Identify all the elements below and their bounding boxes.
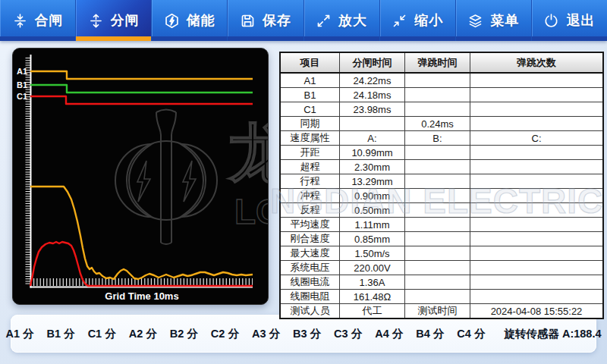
- table-cell: A1: [280, 73, 340, 88]
- phase-open-indicator: B1 分: [47, 327, 75, 341]
- table-row: 超程2.30mm: [280, 160, 603, 174]
- table-row: B124.18ms: [280, 88, 603, 102]
- tab-label: 保存: [263, 11, 291, 30]
- phase-open-indicator: B3 分: [293, 327, 321, 341]
- zoom-in-icon: [316, 13, 332, 29]
- table-cell: 161.48Ω: [340, 290, 405, 304]
- table-cell: [470, 102, 604, 117]
- tab-label: 储能: [187, 11, 215, 30]
- watermark-cn-char: 龙: [227, 118, 268, 189]
- table-cell: [470, 232, 604, 246]
- table-cell: [340, 117, 405, 131]
- table-cell: 0.24ms: [405, 117, 470, 131]
- grid-time-label: Grid Time 10ms: [105, 290, 178, 302]
- tab-label: 菜单: [490, 11, 519, 30]
- table-cell: [405, 160, 470, 174]
- table-row: 开距10.99mm: [280, 146, 603, 160]
- zoom-out-tab[interactable]: 缩小: [380, 0, 456, 41]
- table-cell: [405, 246, 470, 261]
- table-cell: 1.50m/s: [340, 246, 405, 261]
- table-cell: 1.36A: [340, 275, 405, 290]
- table-cell: [470, 160, 604, 174]
- table-row: 平均速度1.11mm: [280, 218, 603, 232]
- phase-open-indicator: C1 分: [88, 327, 116, 341]
- table-cell: 0.50mm: [340, 203, 405, 218]
- phase-open-indicator: B2 分: [170, 327, 198, 341]
- table-cell: 23.98ms: [340, 102, 405, 117]
- energy-storage-tab[interactable]: 储能: [152, 0, 228, 41]
- menu-tab[interactable]: 菜单: [456, 0, 532, 41]
- table-cell: [405, 218, 470, 232]
- table-cell: [470, 203, 604, 218]
- table-cell: [405, 88, 470, 102]
- table-cell: 10.99mm: [340, 146, 405, 160]
- phase-open-indicator: C3 分: [334, 327, 362, 341]
- save-tab[interactable]: 保存: [228, 0, 304, 41]
- table-cell: 代工: [340, 304, 405, 319]
- close-breaker-tab[interactable]: 合闸: [0, 0, 76, 41]
- energy-storage-icon: [164, 13, 180, 29]
- tab-label: 退出: [566, 11, 595, 30]
- phase-status-bar: A1 分B1 分C1 分A2 分B2 分C2 分A3 分B3 分C3 分A4 分…: [11, 315, 596, 353]
- table-cell: 开距: [280, 146, 340, 160]
- table-row: 线圈电阻161.48Ω: [280, 290, 603, 304]
- table-row: A124.22ms: [280, 73, 603, 88]
- table-cell: [470, 275, 604, 290]
- table-cell: 1.11mm: [340, 218, 405, 232]
- table-row: C123.98ms: [280, 102, 603, 117]
- tab-label: 合闸: [35, 11, 64, 30]
- table-cell: 24.18ms: [340, 88, 405, 102]
- phase-open-indicator: A3 分: [252, 327, 280, 341]
- zoom-in-tab[interactable]: 放大: [304, 0, 380, 41]
- trace-label: C1: [17, 92, 27, 101]
- zoom-out-icon: [392, 13, 407, 29]
- signal-trace-A1: [30, 71, 253, 79]
- table-cell: 行程: [280, 174, 340, 189]
- tab-label: 放大: [338, 11, 367, 30]
- table-cell: 13.29mm: [340, 174, 405, 189]
- trace-label: B1: [17, 80, 27, 89]
- table-cell: [405, 203, 470, 218]
- table-header-cell: 弹跳次数: [470, 52, 604, 73]
- table-row: 同期0.24ms: [280, 117, 603, 131]
- table-cell: [405, 102, 470, 117]
- table-row: 刚合速度0.85mm: [280, 232, 603, 246]
- table-row: 线圈电流1.36A: [280, 275, 603, 290]
- rotation-sensor-reading: 旋转传感器 A:188.4: [504, 327, 601, 341]
- exit-icon: [543, 13, 559, 29]
- table-header-cell: 弹跳时间: [405, 52, 470, 73]
- table-cell: 线圈电流: [280, 275, 340, 290]
- table-cell: 超程: [280, 160, 340, 174]
- table-cell: 反程: [280, 203, 340, 218]
- toolbar: 合闸分闸储能保存放大缩小菜单退出: [0, 0, 607, 41]
- open-breaker-tab[interactable]: 分闸: [76, 0, 152, 41]
- table-cell: 0.90mm: [340, 189, 405, 203]
- table-header-cell: 分闸时间: [340, 52, 405, 73]
- travel-curve: [30, 187, 253, 279]
- table-cell: 220.00V: [340, 261, 405, 275]
- table-row: 冲程0.90mm: [280, 189, 603, 203]
- trace-label: A1: [17, 67, 27, 76]
- table-cell: 测试人员: [280, 304, 340, 319]
- table-cell: 平均速度: [280, 218, 340, 232]
- table-cell: [470, 73, 604, 88]
- results-table: 项目分闸时间弹跳时间弹跳次数 A124.22msB124.18msC123.98…: [279, 52, 604, 319]
- watermark-lo-text: LO: [234, 192, 268, 231]
- table-row: 反程0.50mm: [280, 203, 603, 218]
- table-cell: [405, 232, 470, 246]
- menu-icon: [467, 13, 483, 29]
- exit-tab[interactable]: 退出: [532, 0, 607, 41]
- table-cell: 系统电压: [280, 261, 340, 275]
- table-cell: 冲程: [280, 189, 340, 203]
- chart-axes: [28, 55, 253, 288]
- table-cell: A:: [340, 131, 405, 146]
- table-cell: B:: [405, 131, 470, 146]
- table-cell: [470, 218, 604, 232]
- table-cell: 速度属性: [280, 131, 340, 146]
- table-row: 最大速度1.50m/s: [280, 246, 603, 261]
- phase-open-indicator: C4 分: [457, 327, 485, 341]
- table-row: 速度属性A:B:C:: [280, 131, 603, 146]
- results-table-body: A124.22msB124.18msC123.98ms同期0.24ms速度属性A…: [280, 73, 603, 318]
- longdian-logo-watermark: [115, 110, 217, 245]
- table-cell: C:: [470, 131, 604, 146]
